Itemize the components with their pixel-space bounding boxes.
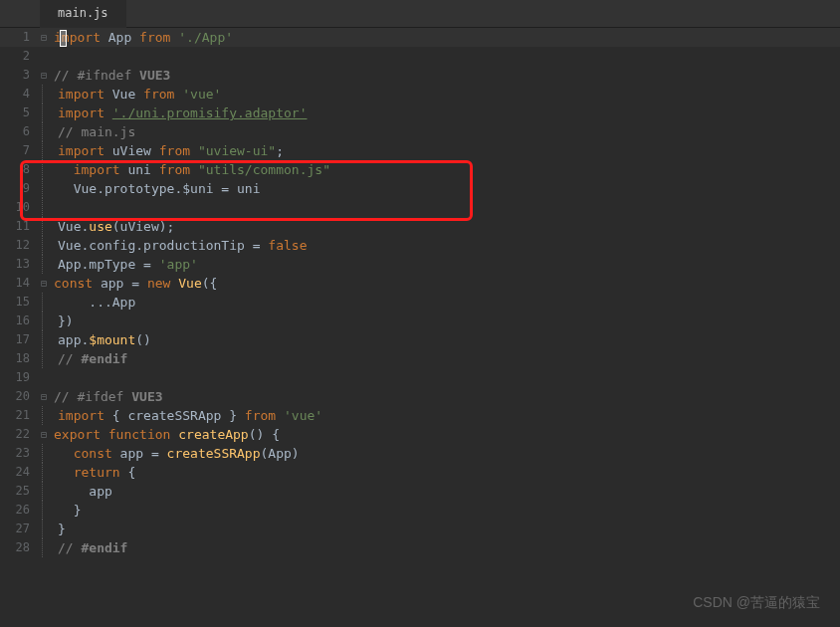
line-number: 23: [0, 444, 38, 463]
line-number: 17: [0, 330, 38, 349]
code-content: // main.js: [54, 122, 135, 141]
code-line[interactable]: 4import Vue from 'vue': [0, 85, 840, 104]
code-line[interactable]: 9 Vue.prototype.$uni = uni: [0, 179, 840, 198]
code-line[interactable]: 26 }: [0, 501, 840, 520]
fold-empty: [38, 47, 50, 66]
fold-guide: [42, 444, 54, 463]
code-content: // #endif: [54, 538, 127, 557]
code-line[interactable]: 15 ...App: [0, 293, 840, 312]
line-number: 12: [0, 236, 38, 255]
line-number: 3: [0, 66, 38, 85]
fold-toggle-icon[interactable]: ⊟: [38, 425, 50, 444]
line-number: 6: [0, 122, 38, 141]
fold-guide: [42, 122, 54, 141]
fold-guide: [42, 482, 54, 501]
code-line[interactable]: 13App.mpType = 'app': [0, 255, 840, 274]
line-number: 25: [0, 482, 38, 501]
line-number: 2: [0, 47, 38, 66]
fold-guide: [42, 463, 54, 482]
code-line[interactable]: 14⊟const app = new Vue({: [0, 274, 840, 293]
line-number: 5: [0, 104, 38, 122]
fold-toggle-icon[interactable]: ⊟: [38, 28, 50, 47]
tab-bar: main.js: [0, 0, 840, 28]
code-line[interactable]: 17app.$mount(): [0, 330, 840, 349]
code-line[interactable]: 10: [0, 198, 840, 217]
fold-guide: [42, 293, 54, 312]
code-content: import { createSSRApp } from 'vue': [54, 406, 322, 425]
fold-toggle-icon[interactable]: ⊟: [38, 387, 50, 406]
code-line[interactable]: 7import uView from "uview-ui";: [0, 141, 840, 160]
code-content: app.$mount(): [54, 330, 151, 349]
code-content: import uView from "uview-ui";: [54, 141, 284, 160]
code-line[interactable]: 27}: [0, 520, 840, 538]
fold-guide: [42, 104, 54, 122]
line-number: 1: [0, 28, 38, 47]
line-number: 18: [0, 349, 38, 368]
code-line[interactable]: 21import { createSSRApp } from 'vue': [0, 406, 840, 425]
code-content: Vue.use(uView);: [54, 217, 174, 236]
line-number: 27: [0, 520, 38, 538]
code-content: import './uni.promisify.adaptor': [54, 104, 307, 122]
code-line[interactable]: 23 const app = createSSRApp(App): [0, 444, 840, 463]
line-number: 7: [0, 141, 38, 160]
code-line[interactable]: 19: [0, 368, 840, 387]
code-line[interactable]: 3⊟// #ifndef VUE3: [0, 66, 840, 85]
code-line[interactable]: 1⊟import App from './App': [0, 28, 840, 47]
fold-guide: [42, 85, 54, 104]
code-content: import Vue from 'vue': [54, 85, 221, 104]
watermark: CSDN @苦逼的猿宝: [693, 594, 820, 612]
tab-main-js[interactable]: main.js: [40, 0, 126, 28]
line-number: 20: [0, 387, 38, 406]
line-number: 14: [0, 274, 38, 293]
fold-guide: [42, 141, 54, 160]
code-line[interactable]: 28// #endif: [0, 538, 840, 557]
code-content: import App from './App': [50, 28, 233, 47]
code-content: // #ifdef VUE3: [50, 387, 163, 406]
fold-guide: [42, 520, 54, 538]
code-line[interactable]: 16}): [0, 312, 840, 330]
tab-label: main.js: [58, 6, 108, 20]
code-content: ...App: [54, 293, 135, 312]
code-content: export function createApp() {: [50, 425, 280, 444]
fold-guide: [42, 217, 54, 236]
line-number: 11: [0, 217, 38, 236]
fold-guide: [42, 330, 54, 349]
code-content: }: [54, 501, 81, 520]
fold-guide: [42, 198, 54, 217]
line-number: 19: [0, 368, 38, 387]
fold-guide: [42, 538, 54, 557]
code-line[interactable]: 6// main.js: [0, 122, 840, 141]
line-number: 26: [0, 501, 38, 520]
line-number: 9: [0, 179, 38, 198]
fold-toggle-icon[interactable]: ⊟: [38, 274, 50, 293]
code-line[interactable]: 12Vue.config.productionTip = false: [0, 236, 840, 255]
fold-guide: [42, 312, 54, 330]
fold-guide: [42, 255, 54, 274]
code-editor[interactable]: 1⊟import App from './App'23⊟// #ifndef V…: [0, 28, 840, 557]
code-line[interactable]: 11Vue.use(uView);: [0, 217, 840, 236]
cursor: [60, 30, 67, 47]
code-line[interactable]: 2: [0, 47, 840, 66]
code-content: app: [54, 482, 112, 501]
line-number: 16: [0, 312, 38, 330]
code-content: [54, 198, 58, 217]
line-number: 28: [0, 538, 38, 557]
code-line[interactable]: 24 return {: [0, 463, 840, 482]
code-content: // #endif: [54, 349, 127, 368]
fold-guide: [42, 236, 54, 255]
fold-toggle-icon[interactable]: ⊟: [38, 66, 50, 85]
code-content: }): [54, 312, 74, 330]
code-content: [50, 368, 54, 387]
code-line[interactable]: 25 app: [0, 482, 840, 501]
code-line[interactable]: 20⊟// #ifdef VUE3: [0, 387, 840, 406]
line-number: 24: [0, 463, 38, 482]
code-line[interactable]: 22⊟export function createApp() {: [0, 425, 840, 444]
code-line[interactable]: 8 import uni from "utils/common.js": [0, 160, 840, 179]
line-number: 8: [0, 160, 38, 179]
code-line[interactable]: 5import './uni.promisify.adaptor': [0, 104, 840, 122]
line-number: 4: [0, 85, 38, 104]
line-number: 15: [0, 293, 38, 312]
code-line[interactable]: 18// #endif: [0, 349, 840, 368]
line-number: 22: [0, 425, 38, 444]
fold-guide: [42, 501, 54, 520]
